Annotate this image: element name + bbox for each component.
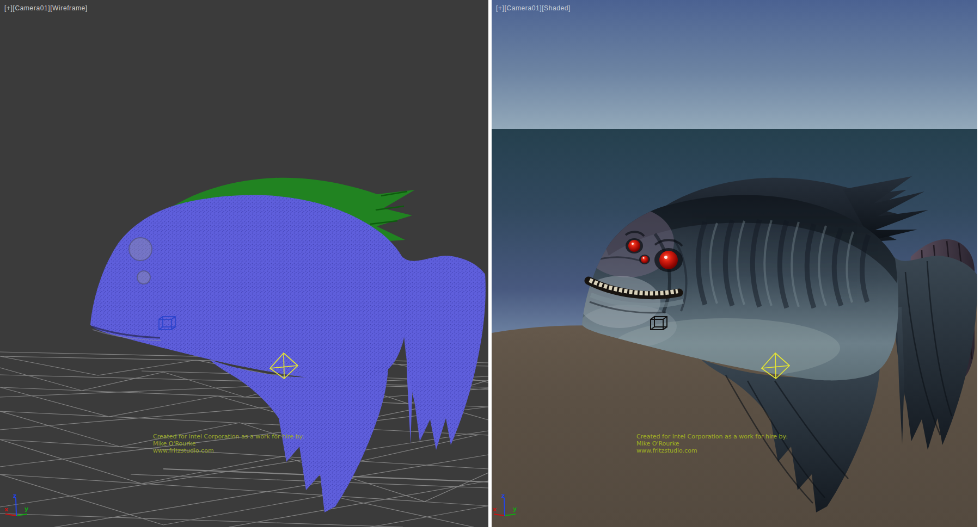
axis-tripod: x y z bbox=[492, 492, 524, 522]
axis-x-label: x bbox=[493, 506, 497, 513]
credit-line-3: www.fritzstudio.com bbox=[153, 447, 304, 454]
eye-large bbox=[659, 251, 678, 269]
eye-small bbox=[641, 256, 648, 263]
credit-text: Created for Intel Corporation as a work … bbox=[636, 433, 788, 454]
frame-bottom bbox=[0, 527, 980, 532]
viewport-divider bbox=[488, 0, 492, 527]
credit-line-1: Created for Intel Corporation as a work … bbox=[636, 433, 788, 440]
viewport-label-wireframe[interactable]: [+][Camera01][Wireframe] bbox=[4, 4, 88, 12]
axis-y-label: y bbox=[24, 505, 28, 512]
eye-medium bbox=[628, 240, 640, 252]
credit-line-3: www.fritzstudio.com bbox=[636, 447, 788, 454]
frame-right bbox=[977, 0, 980, 527]
viewport-wireframe[interactable]: [+][Camera01][Wireframe] Created for Int… bbox=[0, 0, 488, 527]
sky bbox=[492, 0, 977, 129]
axis-tripod: x y z bbox=[3, 492, 36, 522]
axis-y-label: y bbox=[513, 505, 517, 512]
viewport-label-shaded[interactable]: [+][Camera01][Shaded] bbox=[496, 4, 571, 12]
axis-z-label: z bbox=[13, 492, 16, 499]
axis-x-label: x bbox=[4, 506, 8, 513]
screenshot-stage: [+][Camera01][Wireframe] Created for Int… bbox=[0, 0, 980, 532]
viewport-shaded[interactable]: [+][Camera01][Shaded] Created for Intel … bbox=[492, 0, 977, 527]
credit-line-2: Mike O'Rourke bbox=[636, 440, 788, 447]
credit-line-1: Created for Intel Corporation as a work … bbox=[153, 433, 304, 440]
axis-z-label: z bbox=[501, 492, 505, 499]
credit-line-2: Mike O'Rourke bbox=[153, 440, 304, 447]
credit-text: Created for Intel Corporation as a work … bbox=[153, 433, 304, 454]
